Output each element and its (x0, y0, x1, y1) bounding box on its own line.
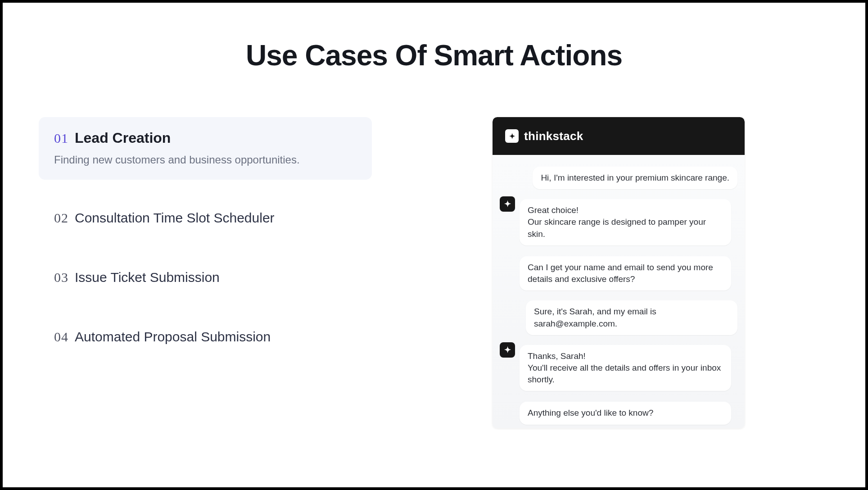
chat-header: ✦ thinkstack (493, 117, 745, 155)
tab-lead-creation[interactable]: 01 Lead Creation Finding new customers a… (39, 117, 372, 180)
chat-bubble: Can I get your name and email to send yo… (520, 256, 731, 290)
slide-frame: Use Cases Of Smart Actions 01 Lead Creat… (0, 0, 868, 490)
tab-number: 02 (54, 210, 68, 226)
chat-bubble: Hi, I'm interested in your premium skinc… (533, 167, 737, 189)
tab-number: 04 (54, 329, 68, 345)
chat-bubble: Great choice! Our skincare range is desi… (520, 199, 731, 245)
chat-message-user: Hi, I'm interested in your premium skinc… (500, 167, 737, 189)
page-title: Use Cases Of Smart Actions (39, 39, 829, 72)
use-case-tabs: 01 Lead Creation Finding new customers a… (39, 117, 372, 358)
bot-avatar-icon: ✦ (500, 196, 515, 212)
chat-body: Hi, I'm interested in your premium skinc… (493, 155, 745, 428)
chat-message-user: Sure, it's Sarah, and my email is sarah@… (500, 300, 737, 335)
bot-avatar-icon: ✦ (500, 342, 515, 358)
tab-title: Automated Proposal Submission (75, 329, 271, 345)
tab-automated-proposal[interactable]: 04 Automated Proposal Submission (39, 317, 372, 358)
chat-brand-name: thinkstack (524, 129, 583, 143)
tab-number: 01 (54, 131, 68, 146)
tab-issue-ticket[interactable]: 03 Issue Ticket Submission (39, 257, 372, 299)
chat-widget: ✦ thinkstack Hi, I'm interested in your … (493, 117, 745, 428)
tab-title: Consultation Time Slot Scheduler (75, 210, 275, 226)
content-row: 01 Lead Creation Finding new customers a… (39, 117, 829, 428)
chat-preview-panel: ✦ thinkstack Hi, I'm interested in your … (408, 117, 829, 428)
tab-description: Finding new customers and business oppor… (54, 154, 357, 166)
chat-message-bot: ✦ Great choice! Our skincare range is de… (500, 199, 737, 290)
chat-bubble: Thanks, Sarah! You'll receive all the de… (520, 345, 731, 391)
chat-message-bot: ✦ Thanks, Sarah! You'll receive all the … (500, 345, 737, 425)
tab-consultation-scheduler[interactable]: 02 Consultation Time Slot Scheduler (39, 198, 372, 239)
tab-number: 03 (54, 270, 68, 285)
chat-bubble: Sure, it's Sarah, and my email is sarah@… (526, 300, 737, 335)
tab-title: Issue Ticket Submission (75, 270, 220, 285)
brand-logo-icon: ✦ (505, 129, 519, 143)
tab-title: Lead Creation (75, 130, 171, 146)
chat-bubble: Anything else you'd like to know? (520, 402, 731, 424)
